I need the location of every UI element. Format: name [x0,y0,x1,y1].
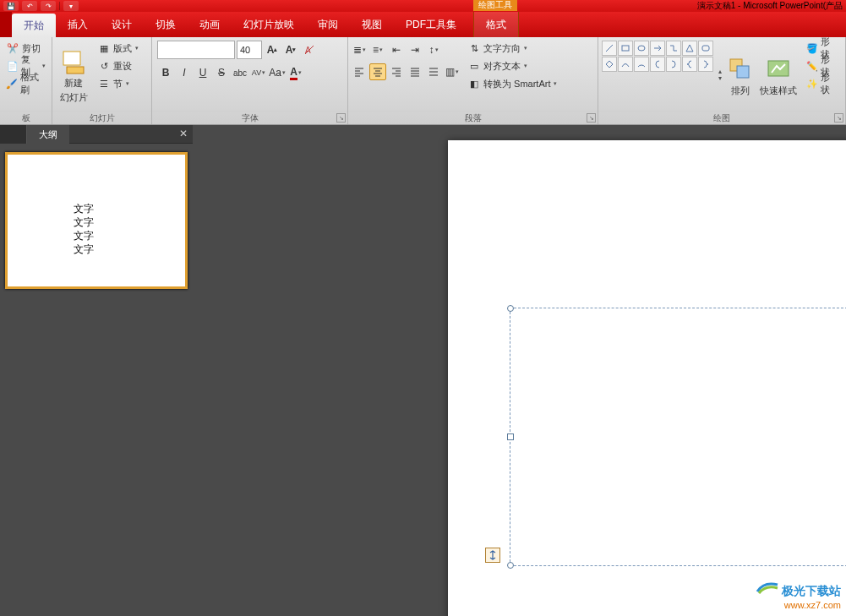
align-text-icon: ▭ [467,59,481,73]
outline-icon: ✏️ [805,59,819,73]
panel-tab-slides[interactable] [0,125,27,144]
reset-button[interactable]: ↺重设 [94,57,148,74]
grow-font-button[interactable]: A▴ [264,41,281,58]
tab-review[interactable]: 审阅 [306,12,350,37]
align-left-button[interactable] [351,63,368,80]
tab-slideshow[interactable]: 幻灯片放映 [232,12,306,37]
quick-styles-button[interactable]: 快速样式 [758,40,798,111]
section-label: 节 [113,78,123,90]
numbering-button[interactable]: ≡▾ [369,41,386,58]
font-size-combo[interactable] [237,41,262,59]
reset-icon: ↺ [97,59,111,73]
new-slide-button[interactable]: 新建 幻灯片 [55,40,92,111]
workspace: 大纲 ✕ 文字 文字 文字 文字 极光下载站 [0,125,846,616]
shape-diamond-icon[interactable] [602,57,617,72]
tab-view[interactable]: 视图 [350,12,394,37]
bold-button[interactable]: B [157,64,174,81]
columns-button[interactable]: ▥▾ [444,63,461,80]
convert-smartart-button[interactable]: ◧转换为 SmartArt▾ [464,75,560,92]
layout-button[interactable]: ▦版式▾ [94,40,148,57]
resize-handle[interactable] [507,433,514,440]
text-direction-button[interactable]: ⇅文字方向▾ [464,40,560,57]
resize-handle[interactable] [507,305,514,312]
new-slide-label: 新建 [64,77,83,90]
underline-button[interactable]: U [194,64,211,81]
justify-button[interactable] [407,63,423,80]
autofit-options-icon[interactable] [485,548,500,563]
character-spacing-button[interactable]: AV▾ [250,64,267,81]
shape-arc-icon[interactable] [634,57,649,72]
svg-point-25 [638,46,645,51]
font-name-combo[interactable] [157,41,235,59]
shape-arrow-line-icon[interactable] [650,41,665,56]
ribbon-tabs: 开始 插入 设计 切换 动画 幻灯片放映 审阅 视图 PDF工具集 格式 [0,12,846,37]
shape-rounded-rect-icon[interactable] [698,41,713,56]
line-spacing-button[interactable]: ↕▾ [425,41,442,58]
watermark-url: www.xz7.com [784,600,841,610]
shape-rectangle-icon[interactable] [618,41,633,56]
shadow-button[interactable]: abc [232,64,248,81]
decrease-indent-button[interactable]: ⇤ [388,41,405,58]
shrink-font-button[interactable]: A▾ [282,41,299,58]
shape-line-icon[interactable] [602,41,617,56]
new-slide-sublabel: 幻灯片 [60,91,88,104]
distribute-button[interactable] [425,63,442,80]
shape-brace-left-icon[interactable] [682,57,697,72]
section-button[interactable]: ☰节▾ [94,75,148,92]
svg-marker-29 [606,61,613,68]
tab-home[interactable]: 开始 [12,14,56,37]
shape-triangle-icon[interactable] [682,41,697,56]
panel-close-icon[interactable]: ✕ [179,128,188,139]
tab-insert[interactable]: 插入 [56,12,100,37]
undo-icon[interactable]: ↶ [22,1,37,11]
chevron-down-icon: ▾ [42,63,46,69]
panel-tab-outline[interactable]: 大纲 [27,125,69,144]
clear-formatting-button[interactable]: A [301,41,318,58]
strikethrough-button[interactable]: S [213,64,230,81]
section-icon: ☰ [97,77,111,90]
shape-bracket-right-icon[interactable] [666,57,681,72]
font-color-button[interactable]: A▾ [287,64,304,81]
shapes-gallery[interactable] [601,40,714,111]
align-text-button[interactable]: ▭对齐文本▾ [464,57,560,74]
logo-icon [756,580,779,597]
drawing-dialog-launcher[interactable]: ↘ [834,113,843,123]
shape-connector-icon[interactable] [666,41,681,56]
bullets-button[interactable]: ≣▾ [351,41,368,58]
group-font: A▴ A▾ A B I U S abc AV▾ Aa▾ A▾ 字体↘ [152,37,348,124]
qat-customize-icon[interactable]: ▾ [63,1,79,11]
format-painter-button[interactable]: 🖌️格式刷 [3,75,49,92]
shape-bracket-left-icon[interactable] [650,57,665,72]
shape-curve-icon[interactable] [618,57,633,72]
shape-brace-right-icon[interactable] [698,57,713,72]
redo-icon[interactable]: ↷ [41,1,56,11]
align-center-button[interactable] [369,63,386,80]
resize-handle[interactable] [507,562,514,569]
slide-editor[interactable]: 极光下载站 www.xz7.com [193,125,846,616]
shape-oval-icon[interactable] [634,41,649,56]
paragraph-dialog-launcher[interactable]: ↘ [587,113,596,123]
tab-design[interactable]: 设计 [100,12,144,37]
tab-transitions[interactable]: 切换 [144,12,188,37]
tab-animations[interactable]: 动画 [188,12,232,37]
arrange-button[interactable]: 排列 [725,40,755,111]
qat-separator [59,2,60,10]
increase-indent-button[interactable]: ⇥ [407,41,423,58]
watermark: 极光下载站 www.xz7.com [756,580,841,611]
quick-styles-label: 快速样式 [760,84,797,97]
font-dialog-launcher[interactable]: ↘ [336,113,346,123]
slide-thumbnail[interactable]: 文字 文字 文字 文字 [5,152,188,289]
change-case-button[interactable]: Aa▾ [269,64,286,81]
file-tab[interactable] [0,12,12,37]
text-direction-icon: ⇅ [467,41,481,55]
slides-group-label: 幻灯片 [52,111,151,124]
selected-textbox[interactable] [510,308,846,566]
shape-effects-button[interactable]: ✨形状 [802,75,843,92]
svg-marker-27 [686,45,693,52]
save-icon[interactable]: 💾 [3,1,19,11]
align-right-button[interactable] [388,63,405,80]
shapes-more-icon[interactable]: ▴▾ [718,68,722,82]
italic-button[interactable]: I [176,64,193,81]
tab-format[interactable]: 格式 [473,12,519,37]
tab-pdf[interactable]: PDF工具集 [394,12,468,37]
